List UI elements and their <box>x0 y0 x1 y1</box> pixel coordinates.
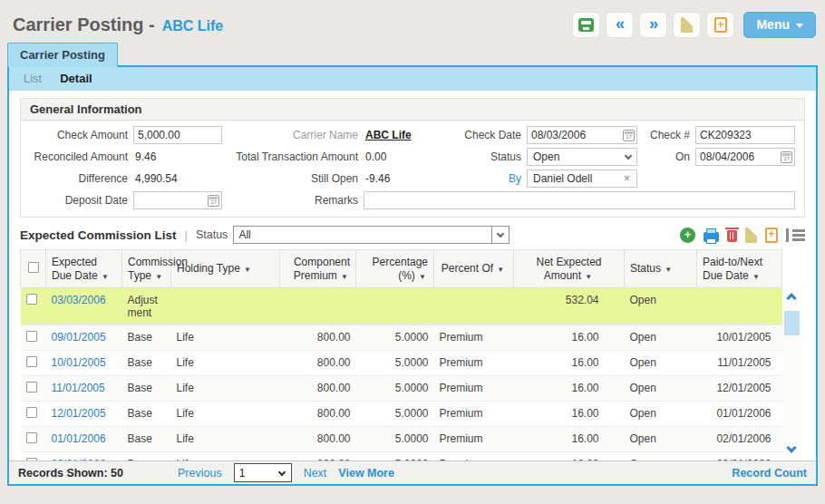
commission-table: Expected Due Date ▼Commission Type ▼Hold… <box>20 249 782 460</box>
column-header-commission_type[interactable]: Commission Type ▼ <box>122 250 171 288</box>
row-checkbox[interactable] <box>26 407 37 418</box>
column-header-component_premium[interactable]: Component Premium ▼ <box>280 250 356 288</box>
calendar-icon[interactable] <box>781 151 792 163</box>
cell-net_expected: 16.00 <box>514 376 625 402</box>
filter-icon[interactable]: ▼ <box>98 273 111 281</box>
due-date-link[interactable]: 09/01/2005 <box>52 331 106 344</box>
checkbox-cell <box>21 325 46 351</box>
by-label[interactable]: By <box>449 172 521 185</box>
carrier-name-link[interactable]: ABC Life <box>365 129 412 141</box>
on-date-label: On <box>643 150 690 163</box>
scrollbar-thumb[interactable] <box>784 311 800 335</box>
status-filter-select[interactable]: All <box>233 226 510 244</box>
delete-button[interactable] <box>727 230 737 242</box>
column-chooser-button[interactable] <box>786 228 805 242</box>
previous-record-button[interactable]: « <box>606 12 634 38</box>
check-date-input[interactable] <box>527 126 637 144</box>
row-checkbox[interactable] <box>26 356 37 367</box>
remarks-input[interactable] <box>364 191 795 209</box>
due-date-link[interactable]: 03/03/2006 <box>52 294 106 306</box>
cell-paid_to: 01/01/2006 <box>697 402 782 427</box>
subtab-detail[interactable]: Detail <box>60 72 92 85</box>
vertical-scrollbar[interactable] <box>782 287 802 460</box>
notes-button[interactable] <box>673 12 701 38</box>
filter-icon[interactable]: ▼ <box>581 273 594 281</box>
cell-holding_type: Life <box>171 376 280 402</box>
select-all-checkbox[interactable] <box>28 262 39 273</box>
column-header-percentage[interactable]: Percentage (%) ▼ <box>356 250 434 288</box>
page-number-value: 1 <box>239 467 246 480</box>
commission-table-body: 03/03/2006Adjustment532.04Open09/01/2005… <box>21 288 782 461</box>
row-checkbox[interactable] <box>26 294 37 305</box>
due-date-link[interactable]: 12/01/2005 <box>52 407 106 420</box>
cell-paid_to: 03/01/2006 <box>697 452 782 461</box>
column-header-net_expected[interactable]: Net Expected Amount ▼ <box>514 250 625 288</box>
due-date-link[interactable]: 10/01/2005 <box>52 356 106 369</box>
status-filter-value: All <box>238 228 250 241</box>
subtab-list[interactable]: List <box>24 72 42 85</box>
calendar-icon[interactable] <box>623 130 635 141</box>
cell-percentage: 5.0000 <box>356 325 434 351</box>
due-date-link[interactable]: 11/01/2005 <box>52 382 105 394</box>
print-button[interactable] <box>704 232 719 242</box>
scroll-down-icon[interactable] <box>786 442 796 452</box>
reconciled-amount-value: 9.46 <box>133 150 222 163</box>
cell-holding_type: Life <box>171 402 280 427</box>
filter-icon[interactable]: ▼ <box>240 266 253 274</box>
menu-button[interactable]: Menu <box>743 12 816 38</box>
view-more-link[interactable]: View More <box>338 467 394 480</box>
checkbox-cell <box>21 452 46 461</box>
cell-percentage: 5.0000 <box>356 376 434 402</box>
clear-x-icon[interactable]: × <box>623 172 631 185</box>
cell-due_date: 10/01/2005 <box>46 351 122 376</box>
cell-commission_type: Base <box>122 351 171 376</box>
column-header-label: Holding Type <box>177 262 240 275</box>
column-header-paid_to[interactable]: Paid-to/Next Due Date ▼ <box>697 250 782 288</box>
by-field[interactable]: Daniel Odell × <box>527 170 637 188</box>
double-chevron-right-icon: » <box>649 15 658 34</box>
still-open-label: Still Open <box>228 172 358 185</box>
check-amount-input[interactable] <box>133 126 222 144</box>
cell-status: Open <box>625 452 697 461</box>
filter-icon[interactable]: ▼ <box>337 273 350 281</box>
scroll-up-icon[interactable] <box>786 293 796 303</box>
cell-percentage: 5.0000 <box>356 427 434 452</box>
next-record-button[interactable]: » <box>639 12 667 38</box>
filter-icon[interactable]: ▼ <box>493 266 506 274</box>
row-checkbox[interactable] <box>26 432 37 443</box>
check-number-input[interactable] <box>695 126 795 144</box>
row-checkbox[interactable] <box>26 382 37 393</box>
filter-icon[interactable]: ▼ <box>151 273 164 281</box>
page-number-select[interactable]: 1 <box>234 463 292 482</box>
filter-icon[interactable]: ▼ <box>415 273 428 281</box>
filter-icon[interactable]: ▼ <box>749 273 762 281</box>
record-count-link[interactable]: Record Count <box>732 467 807 480</box>
page-subtitle-carrier: ABC Life <box>162 18 224 34</box>
add-row-button[interactable] <box>680 228 695 243</box>
save-button[interactable] <box>572 12 600 38</box>
cell-holding_type: Life <box>171 325 280 351</box>
due-date-link[interactable]: 01/01/2006 <box>52 432 106 445</box>
tab-carrier-posting[interactable]: Carrier Posting <box>7 43 118 67</box>
column-header-status[interactable]: Status ▼ <box>625 250 697 288</box>
previous-page-link[interactable]: Previous <box>178 467 222 480</box>
notes-button[interactable] <box>745 228 757 243</box>
deposit-date-label: Deposit Date <box>30 194 128 207</box>
commission-list-header: Expected Commission List | Status All <box>20 226 805 244</box>
calendar-icon[interactable] <box>208 195 219 207</box>
check-number-label: Check # <box>643 129 690 141</box>
total-transaction-amount-value: 0.00 <box>364 150 443 163</box>
checkbox-cell <box>21 376 46 402</box>
next-page-link[interactable]: Next <box>304 467 327 480</box>
column-header-percent_of[interactable]: Percent Of ▼ <box>434 250 514 288</box>
column-header-due_date[interactable]: Expected Due Date ▼ <box>46 250 122 288</box>
add-note-button[interactable] <box>706 12 734 38</box>
cell-percentage: 5.0000 <box>356 452 434 461</box>
status-select[interactable]: Open <box>527 148 637 166</box>
chevron-down-icon <box>497 230 504 237</box>
caret-down-icon <box>796 24 803 28</box>
add-note-button[interactable] <box>765 228 778 243</box>
reconciled-amount-label: Reconciled Amount <box>30 150 128 163</box>
filter-icon[interactable]: ▼ <box>661 266 674 274</box>
row-checkbox[interactable] <box>26 331 37 342</box>
